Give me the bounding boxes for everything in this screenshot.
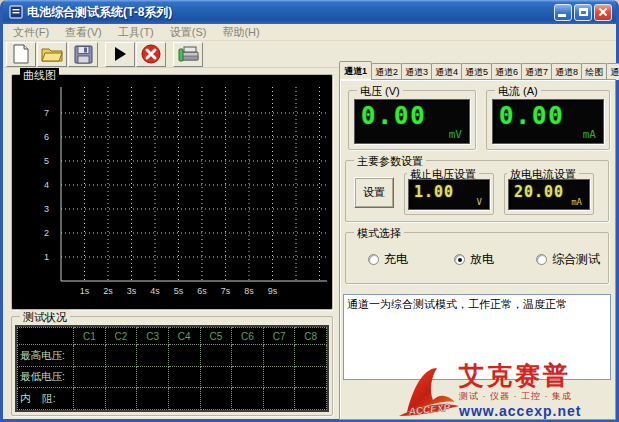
cutoff-voltage-value: 1.00 bbox=[414, 183, 454, 201]
radio-icon bbox=[454, 254, 465, 265]
mode-radio-充电[interactable]: 充电 bbox=[368, 251, 408, 268]
print-icon bbox=[177, 44, 199, 64]
voltage-group-label: 电压 (V) bbox=[357, 84, 403, 99]
window-title: 电池综合测试系统(T-8系列) bbox=[27, 4, 552, 21]
row-label: 内 阻: bbox=[18, 388, 74, 410]
save-file-button[interactable] bbox=[68, 42, 98, 67]
voltage-value: 0.00 bbox=[361, 102, 427, 130]
tab-通道8[interactable]: 通道8 bbox=[551, 63, 582, 80]
cutoff-voltage-group: 截止电压设置 1.00 V bbox=[404, 173, 494, 215]
cutoff-voltage-unit: V bbox=[477, 197, 482, 207]
table-cell bbox=[263, 345, 295, 367]
col-header-C8: C8 bbox=[295, 328, 327, 345]
app-window: 电池综合测试系统(T-8系列) 文件(F)查看(V)工具(T)设置(S)帮助(H… bbox=[0, 0, 619, 422]
menu-item-查看(V)[interactable]: 查看(V) bbox=[57, 25, 110, 40]
menu-item-设置(S)[interactable]: 设置(S) bbox=[162, 25, 215, 40]
menu-item-工具(T)[interactable]: 工具(T) bbox=[110, 25, 162, 40]
menu-item-帮助(H)[interactable]: 帮助(H) bbox=[214, 25, 267, 40]
svg-text:7s: 7s bbox=[221, 286, 231, 296]
voltage-group: 电压 (V) 0.00 mV bbox=[348, 90, 476, 150]
table-cell bbox=[232, 388, 264, 410]
svg-text:3: 3 bbox=[44, 204, 49, 214]
current-group: 电流 (A) 0.00 mA bbox=[486, 90, 610, 150]
discharge-current-value: 20.00 bbox=[514, 183, 564, 201]
svg-text:6s: 6s bbox=[197, 286, 207, 296]
col-header-C4: C4 bbox=[168, 328, 200, 345]
tab-通道7[interactable]: 通道7 bbox=[521, 63, 552, 80]
test-status-group-label: 测试状况 bbox=[20, 310, 70, 325]
col-header-C5: C5 bbox=[200, 328, 232, 345]
stop-icon bbox=[141, 44, 161, 64]
table-cell bbox=[263, 388, 295, 410]
row-label: 最低电压: bbox=[18, 366, 74, 388]
start-button[interactable] bbox=[105, 42, 135, 67]
start-icon bbox=[113, 46, 127, 62]
table-cell bbox=[200, 388, 232, 410]
table-cell bbox=[232, 345, 264, 367]
tab-通道6[interactable]: 通道6 bbox=[491, 63, 522, 80]
logo-brand: 艾克赛普 bbox=[459, 363, 571, 388]
table-cell bbox=[295, 345, 327, 367]
print-button[interactable] bbox=[173, 42, 203, 67]
save-file-icon bbox=[74, 45, 93, 64]
mode-radio-放电[interactable]: 放电 bbox=[454, 251, 494, 268]
radio-icon bbox=[368, 254, 379, 265]
table-row: 最低电压: bbox=[18, 366, 327, 388]
svg-text:2s: 2s bbox=[103, 286, 113, 296]
tab-绘图[interactable]: 绘图 bbox=[581, 63, 607, 80]
logo-tagline: 测试 · 仪器 · 工控 · 集成 bbox=[459, 390, 572, 403]
discharge-current-unit: mA bbox=[571, 197, 582, 207]
row-label: 最高电压: bbox=[18, 345, 74, 367]
table-cell bbox=[105, 345, 137, 367]
maximize-button[interactable] bbox=[574, 4, 592, 21]
tab-通道4[interactable]: 通道4 bbox=[431, 63, 462, 80]
params-group: 主要参数设置 设置 截止电压设置 1.00 V 放电电流设置 20.00 m bbox=[345, 160, 609, 222]
svg-text:7: 7 bbox=[44, 108, 49, 118]
table-cell bbox=[74, 345, 106, 367]
new-file-icon bbox=[12, 44, 30, 64]
tab-通道2[interactable]: 通道2 bbox=[371, 63, 402, 80]
tab-通道5[interactable]: 通道5 bbox=[461, 63, 492, 80]
close-icon bbox=[598, 7, 608, 17]
discharge-current-group: 放电电流设置 20.00 mA bbox=[504, 173, 594, 215]
table-cell bbox=[74, 388, 106, 410]
table-cell bbox=[168, 388, 200, 410]
table-row: 最高电压: bbox=[18, 345, 327, 367]
new-file-button[interactable] bbox=[6, 42, 36, 67]
table-cell bbox=[137, 345, 169, 367]
table-cell bbox=[105, 366, 137, 388]
voltage-display: 0.00 mV bbox=[354, 99, 470, 144]
tab-通道1[interactable]: 通道1 bbox=[339, 61, 372, 80]
minimize-button[interactable] bbox=[554, 4, 572, 21]
radio-icon bbox=[536, 254, 547, 265]
table-cell bbox=[74, 366, 106, 388]
maximize-icon bbox=[579, 8, 588, 16]
table-cell bbox=[200, 345, 232, 367]
close-button[interactable] bbox=[594, 4, 612, 21]
svg-text:9s: 9s bbox=[268, 286, 278, 296]
col-header-C7: C7 bbox=[263, 328, 295, 345]
svg-text:1: 1 bbox=[44, 252, 49, 262]
mode-radio-综合测试[interactable]: 综合测试 bbox=[536, 251, 600, 268]
app-battery-icon bbox=[9, 5, 23, 19]
tab-通用[interactable]: 通用 bbox=[606, 63, 619, 80]
minimize-icon bbox=[558, 14, 566, 17]
col-header-C6: C6 bbox=[232, 328, 264, 345]
radio-label: 充电 bbox=[384, 251, 408, 268]
svg-text:6: 6 bbox=[44, 132, 49, 142]
main-content: 曲线图 12345671s2s3s4s5s6s7s8s9s 测试状况 C1C2C… bbox=[3, 68, 616, 419]
set-button[interactable]: 设置 bbox=[354, 177, 394, 208]
stop-button[interactable] bbox=[136, 42, 166, 67]
menu-item-文件(F)[interactable]: 文件(F) bbox=[5, 25, 57, 40]
tab-通道3[interactable]: 通道3 bbox=[401, 63, 432, 80]
current-group-label: 电流 (A) bbox=[495, 84, 541, 99]
title-bar[interactable]: 电池综合测试系统(T-8系列) bbox=[3, 0, 616, 24]
open-file-icon bbox=[41, 45, 63, 63]
table-cell bbox=[168, 366, 200, 388]
open-file-button[interactable] bbox=[37, 42, 67, 67]
table-cell bbox=[168, 345, 200, 367]
table-cell bbox=[200, 366, 232, 388]
table-cell bbox=[137, 388, 169, 410]
col-header-C1: C1 bbox=[74, 328, 106, 345]
table-cell bbox=[232, 366, 264, 388]
